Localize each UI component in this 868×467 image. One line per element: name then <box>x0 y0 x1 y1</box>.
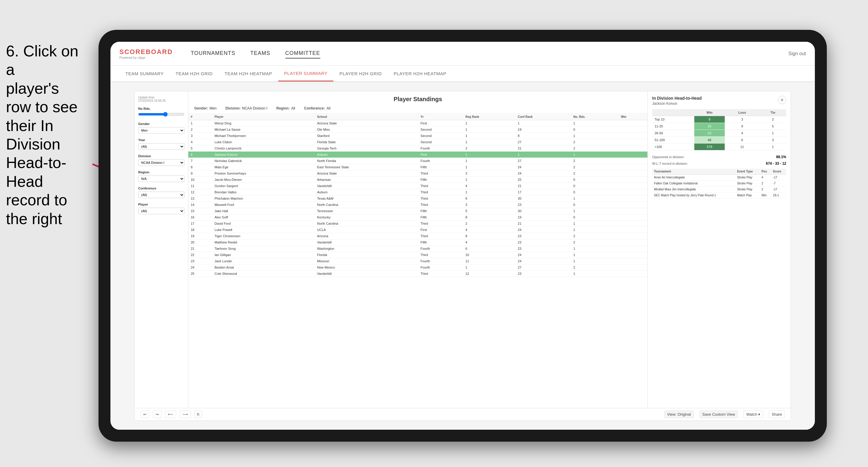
h2h-col-loss: Loss <box>725 109 760 116</box>
tournament-row: Fallen Oak Collegiate Invitational Strok… <box>652 181 786 187</box>
table-row[interactable]: 3 Michael Thorbjornsen Stanford Second 1… <box>188 133 647 139</box>
h2h-title-area: In Division Head-to-Head Jackson Koivun <box>652 96 702 106</box>
h2h-row: 26-50 22 4 1 <box>652 130 786 137</box>
bottom-toolbar: ↩ ↪ ⟵ ⟶ ⎘ View: Original Save Custom Vie… <box>135 408 791 421</box>
filters-sidebar: Update time: 27/03/2024 16:56:26 No Rds.… <box>135 91 188 408</box>
table-row[interactable]: 8 Mats Ege East Tennessee State Fifth 1 … <box>188 164 647 170</box>
dashboard-container: Update time: 27/03/2024 16:56:26 No Rds.… <box>134 91 791 421</box>
h2h-title: In Division Head-to-Head <box>652 96 702 100</box>
conference-select[interactable]: (All) <box>138 192 184 198</box>
filter-conference-display: Conference: All <box>304 106 331 111</box>
table-row[interactable]: 25 Cole Sherwood Vanderbilt Third 12 23 … <box>188 271 647 277</box>
filter-gender: Gender Men <box>138 122 184 134</box>
table-row[interactable]: 20 Matthew Riedel Vanderbilt Fifth 4 23 … <box>188 239 647 246</box>
col-yr: Yr <box>418 114 463 120</box>
standings-table: # Player School Yr Reg Rank Conf Rank No… <box>188 114 647 277</box>
sign-out-button[interactable]: Sign out <box>788 51 806 56</box>
nav-tournaments[interactable]: TOURNAMENTS <box>191 49 236 59</box>
table-row[interactable]: 21 Taehoon Song Washington Fourth 6 23 1 <box>188 246 647 252</box>
standings-area: Player Standings Gender: Men Division: N… <box>188 91 647 408</box>
nav-links: TOURNAMENTS TEAMS COMMITTEE <box>191 49 788 59</box>
region-select[interactable]: N/A <box>138 176 184 182</box>
opponents-label: Opponents in division: <box>652 155 684 159</box>
col-win: Win <box>618 114 647 120</box>
forward-button[interactable]: ⟶ <box>180 411 191 418</box>
wlt-label: W-L-T record in-division: <box>652 162 688 165</box>
tab-player-summary[interactable]: PLAYER SUMMARY <box>278 66 334 82</box>
table-row[interactable]: 1 Wenyi Ding Arizona State First 1 1 1 <box>188 120 647 127</box>
table-row[interactable]: 11 Gordon Sargent Vanderbilt Third 4 21 … <box>188 183 647 189</box>
watch-button[interactable]: Watch ▾ <box>744 411 763 418</box>
tournament-row: Mirabel Maui Jim Intercollegiate Stroke … <box>652 187 786 192</box>
redo-button[interactable]: ↪ <box>153 411 161 418</box>
sub-nav: TEAM SUMMARY TEAM H2H GRID TEAM H2H HEAT… <box>111 66 815 82</box>
table-row[interactable]: 17 David Ford North Carolina Third 2 21 … <box>188 220 647 227</box>
table-row[interactable]: 16 Alex Goff Kentucky Fifth 8 19 0 <box>188 214 647 220</box>
h2h-row: 51-100 46 6 3 <box>652 137 786 144</box>
gender-select[interactable]: Men <box>138 127 184 134</box>
year-select[interactable]: (All) <box>138 143 184 150</box>
player-select[interactable]: (All) <box>138 208 184 214</box>
nav-teams[interactable]: TEAMS <box>250 49 271 59</box>
table-row[interactable]: 4 Luke Claton Florida State Second 1 27 … <box>188 139 647 145</box>
col-rds: No. Rds. <box>571 114 619 120</box>
logo-title: SCOREBOARD <box>119 48 173 56</box>
table-row[interactable]: 2 Michael La Sasse Ole Miss Second 1 19 … <box>188 127 647 133</box>
h2h-table: Win Loss Tie Top 10 8 3 2 11-25 20 9 5 2… <box>652 109 786 150</box>
table-row[interactable]: 23 Jack Lundin Missouri Fourth 11 24 1 <box>188 258 647 264</box>
nav-committee[interactable]: COMMITTEE <box>285 49 320 59</box>
table-header-row: # Player School Yr Reg Rank Conf Rank No… <box>188 114 647 120</box>
table-row[interactable]: 9 Preston Summerhays Arizona State Third… <box>188 170 647 177</box>
filter-no-rds: No Rds. <box>138 107 184 118</box>
table-row[interactable]: 24 Bastien Amat New Mexico Fourth 1 27 2 <box>188 264 647 271</box>
table-row[interactable]: 6 Jackson Koivun Auburn First 1 1 1 <box>188 152 647 158</box>
table-row[interactable]: 5 Christo Lamprecht Georgia Tech Fourth … <box>188 145 647 152</box>
tab-player-h2h-heatmap[interactable]: PLAYER H2H HEATMAP <box>388 66 453 82</box>
share-button[interactable]: Share <box>769 411 785 418</box>
table-row[interactable]: 7 Nicholas Gabrelcik North Florida Fourt… <box>188 158 647 164</box>
opponents-row: Opponents in division: 98.1% <box>652 155 786 159</box>
table-row[interactable]: 18 Luke Powell UCLA First 4 24 1 <box>188 227 647 233</box>
wlt-row: W-L-T record in-division: 674 - 33 - 12 <box>652 161 786 166</box>
division-select[interactable]: NCAA Division I <box>138 159 184 166</box>
nav-bar: SCOREBOARD Powered by clippi TOURNAMENTS… <box>111 42 815 66</box>
h2h-col-cat <box>652 109 694 116</box>
tour-col-score: Score <box>771 168 786 175</box>
opponents-section: Opponents in division: 98.1% W-L-T recor… <box>652 155 786 166</box>
tab-team-h2h-grid[interactable]: TEAM H2H GRID <box>169 66 218 82</box>
logo-subtitle: Powered by clippi <box>119 56 173 59</box>
filter-gender-display: Gender: Men <box>194 106 216 111</box>
table-row[interactable]: 22 Ian Gilligan Florida Third 10 24 1 <box>188 252 647 258</box>
save-custom-button[interactable]: Save Custom View <box>700 411 738 418</box>
table-row[interactable]: 15 Jake Hall Tennessee Fifth 5 30 1 <box>188 208 647 214</box>
filter-conference: Conference (All) <box>138 187 184 198</box>
view-original-button[interactable]: View: Original <box>664 411 694 418</box>
h2h-col-win: Win <box>694 109 724 116</box>
copy-button[interactable]: ⎘ <box>194 411 202 418</box>
back-button[interactable]: ⟵ <box>165 411 176 418</box>
tour-col-name: Tournament <box>652 168 735 175</box>
wlt-value: 674 - 33 - 12 <box>766 161 786 166</box>
h2h-table-header: Win Loss Tie <box>652 109 786 116</box>
rounds-slider[interactable] <box>138 112 184 117</box>
content-area: Update time: 27/03/2024 16:56:26 No Rds.… <box>135 91 791 408</box>
tab-team-summary[interactable]: TEAM SUMMARY <box>119 66 169 82</box>
tab-team-h2h-heatmap[interactable]: TEAM H2H HEATMAP <box>218 66 278 82</box>
standings-header: Player Standings Gender: Men Division: N… <box>188 91 647 114</box>
table-row[interactable]: 13 Phichaksn Maichon Texas A&M Third 6 3… <box>188 195 647 202</box>
col-player: Player <box>212 114 315 120</box>
col-school: School <box>315 114 418 120</box>
tour-col-type: Event Type <box>735 168 760 175</box>
undo-button[interactable]: ↩ <box>141 411 149 418</box>
standings-title: Player Standings <box>194 96 642 103</box>
h2h-close-button[interactable]: × <box>778 96 786 104</box>
filter-year: Year (All) <box>138 138 184 150</box>
table-row[interactable]: 14 Maxwell Ford North Carolina Third 3 2… <box>188 202 647 208</box>
table-row[interactable]: 12 Brendan Valles Auburn Third 1 17 0 <box>188 189 647 195</box>
table-row[interactable]: 10 Jacob Mou-Diesen Arkansas Fifth 1 25 … <box>188 177 647 183</box>
bottom-right: View: Original Save Custom View Watch ▾ … <box>664 411 785 418</box>
table-row[interactable]: 19 Tiger Christensen Arizona Third 8 23 … <box>188 233 647 239</box>
tab-player-h2h-grid[interactable]: PLAYER H2H GRID <box>333 66 388 82</box>
tournament-table: Tournament Event Type Pos Score Amer Ari… <box>652 168 786 198</box>
h2h-player-name: Jackson Koivun <box>652 101 702 106</box>
